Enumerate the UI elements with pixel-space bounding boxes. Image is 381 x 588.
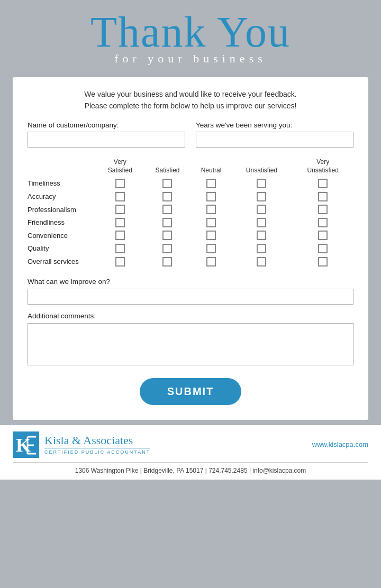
- rating-table: VerySatisfied Satisfied Neutral Unsatisf…: [28, 158, 353, 268]
- footer-top: K Kisla & Associates CERTIFIED PUBLIC AC…: [13, 431, 368, 463]
- years-input[interactable]: [196, 132, 353, 148]
- checkbox-professionalism-satisfied[interactable]: [163, 205, 171, 214]
- checkbox-accuracy-unsatisfied[interactable]: [257, 192, 266, 201]
- company-tagline: CERTIFIED PUBLIC ACCOUNTANT: [44, 448, 150, 455]
- checkbox-professionalism-unsatisfied[interactable]: [257, 205, 266, 214]
- subtitle: for your business: [16, 52, 365, 66]
- cb-timeliness-n[interactable]: [191, 177, 231, 190]
- checkbox-timeliness-unsatisfied[interactable]: [257, 179, 266, 188]
- checkbox-quality-very-unsatisfied[interactable]: [319, 244, 327, 253]
- checkbox-professionalism-very-satisfied[interactable]: [116, 205, 124, 214]
- cb-timeliness-vs[interactable]: [96, 177, 144, 190]
- thank-you-title: Thank You: [16, 10, 365, 55]
- checkbox-quality-neutral[interactable]: [207, 244, 215, 253]
- table-row: Timeliness: [28, 177, 353, 190]
- checkbox-timeliness-very-satisfied[interactable]: [116, 179, 124, 188]
- header-area: Thank You for your business: [0, 0, 381, 77]
- years-field-group: Years we've been serving you:: [196, 121, 353, 148]
- checkbox-quality-very-satisfied[interactable]: [116, 244, 124, 253]
- checkbox-quality-unsatisfied[interactable]: [257, 244, 266, 253]
- checkbox-overall-satisfied[interactable]: [163, 258, 171, 266]
- checkbox-convenience-satisfied[interactable]: [163, 231, 171, 240]
- customer-field-group: Name of customer/company:: [28, 121, 185, 148]
- row-label-timeliness: Timeliness: [28, 177, 96, 190]
- row-label-overall: Overrall services: [28, 255, 96, 268]
- years-label: Years we've been serving you:: [196, 121, 353, 129]
- row-label-accuracy: Accuracy: [28, 190, 96, 203]
- checkbox-friendliness-unsatisfied[interactable]: [257, 218, 266, 227]
- checkbox-convenience-very-unsatisfied[interactable]: [319, 231, 327, 240]
- checkbox-overall-neutral[interactable]: [207, 258, 215, 266]
- fields-row: Name of customer/company: Years we've be…: [28, 121, 353, 148]
- website-link[interactable]: www.kislacpa.com: [312, 440, 368, 448]
- submit-button[interactable]: SUBMIT: [140, 378, 242, 405]
- table-row: Professionalism: [28, 203, 353, 216]
- checkbox-accuracy-satisfied[interactable]: [163, 192, 171, 201]
- cb-timeliness-u[interactable]: [231, 177, 293, 190]
- table-row: Quality: [28, 242, 353, 255]
- header-very-satisfied: VerySatisfied: [96, 158, 144, 177]
- company-name-main: Kisla & Associates: [44, 434, 150, 447]
- row-label-friendliness: Friendliness: [28, 216, 96, 229]
- header-very-unsatisfied: VeryUnsatisfied: [292, 158, 353, 177]
- footer-address: 1306 Washington Pike | Bridgeville, PA 1…: [13, 463, 368, 480]
- customer-label: Name of customer/company:: [28, 121, 185, 129]
- header-unsatisfied: Unsatisfied: [231, 158, 293, 177]
- checkbox-friendliness-very-satisfied[interactable]: [116, 218, 124, 227]
- checkbox-accuracy-neutral[interactable]: [207, 192, 215, 201]
- header-satisfied: Satisfied: [144, 158, 192, 177]
- footer-area: K Kisla & Associates CERTIFIED PUBLIC AC…: [0, 425, 381, 480]
- cb-timeliness-vu[interactable]: [292, 177, 353, 190]
- logo-area: K Kisla & Associates CERTIFIED PUBLIC AC…: [13, 431, 150, 458]
- checkbox-professionalism-very-unsatisfied[interactable]: [319, 205, 327, 214]
- table-row: Convenience: [28, 229, 353, 242]
- empty-header: [28, 158, 96, 177]
- table-row: Accuracy: [28, 190, 353, 203]
- submit-area: SUBMIT: [28, 378, 353, 405]
- row-label-quality: Quality: [28, 242, 96, 255]
- comments-section: Additional comments:: [28, 312, 353, 368]
- row-label-professionalism: Professionalism: [28, 203, 96, 216]
- form-card: We value your business and would like to…: [13, 77, 368, 420]
- checkbox-friendliness-neutral[interactable]: [207, 218, 215, 227]
- checkbox-timeliness-neutral[interactable]: [207, 179, 215, 188]
- header-neutral: Neutral: [191, 158, 231, 177]
- checkbox-friendliness-very-unsatisfied[interactable]: [319, 218, 327, 227]
- checkbox-professionalism-neutral[interactable]: [207, 205, 215, 214]
- checkbox-quality-satisfied[interactable]: [163, 244, 171, 253]
- rating-section: VerySatisfied Satisfied Neutral Unsatisf…: [28, 158, 353, 268]
- improve-section: What can we improve on?: [28, 278, 353, 305]
- checkbox-accuracy-very-satisfied[interactable]: [116, 192, 124, 201]
- checkbox-friendliness-satisfied[interactable]: [163, 218, 171, 227]
- intro-text: We value your business and would like to…: [28, 89, 353, 112]
- checkbox-timeliness-satisfied[interactable]: [163, 179, 171, 188]
- checkbox-overall-unsatisfied[interactable]: [257, 258, 266, 266]
- cb-timeliness-s[interactable]: [144, 177, 192, 190]
- checkbox-convenience-neutral[interactable]: [207, 231, 215, 240]
- comments-textarea[interactable]: [28, 323, 353, 365]
- customer-input[interactable]: [28, 132, 185, 148]
- checkbox-overall-very-satisfied[interactable]: [116, 258, 124, 266]
- company-logo-icon: K: [13, 431, 39, 458]
- improve-input[interactable]: [28, 289, 353, 305]
- comments-label: Additional comments:: [28, 312, 353, 320]
- checkbox-accuracy-very-unsatisfied[interactable]: [319, 192, 327, 201]
- table-row: Friendliness: [28, 216, 353, 229]
- row-label-convenience: Convenience: [28, 229, 96, 242]
- checkbox-overall-very-unsatisfied[interactable]: [319, 258, 327, 266]
- checkbox-timeliness-very-unsatisfied[interactable]: [319, 179, 327, 188]
- checkbox-convenience-unsatisfied[interactable]: [257, 231, 266, 240]
- company-name-block: Kisla & Associates CERTIFIED PUBLIC ACCO…: [44, 434, 150, 455]
- improve-label: What can we improve on?: [28, 278, 353, 286]
- table-row: Overrall services: [28, 255, 353, 268]
- checkbox-convenience-very-satisfied[interactable]: [116, 231, 124, 240]
